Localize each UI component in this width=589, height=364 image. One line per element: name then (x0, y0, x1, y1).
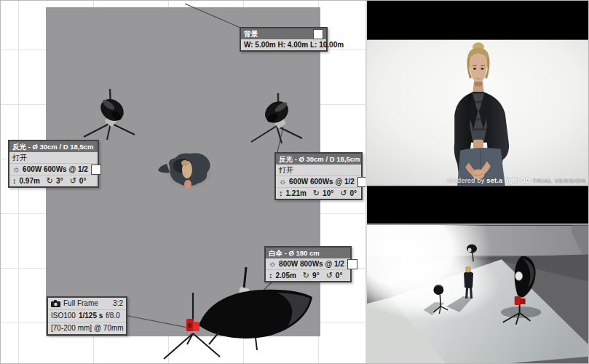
background-info-panel[interactable]: 背景 W: 5.00m H: 4.00m L: 10.00m (240, 27, 328, 52)
rotation-value: 0° (336, 272, 343, 280)
rotation-icon: ↺ (340, 189, 347, 197)
reflector-light-right[interactable] (251, 93, 302, 143)
camera-exposure-row: ISO100 1/125 s f/8.0 (48, 309, 126, 322)
model-top-view[interactable] (158, 153, 212, 189)
light-power-row: ☼ 600W 600Ws @ 1/2 (276, 175, 361, 187)
light-position-row: ↕ 1.21m ↻ 10° ↺ 0° (276, 187, 361, 199)
panel-title: 反光 - Ø 30cm / D 18,5cm (9, 141, 98, 152)
light-power-row: ☼ 800W 800Ws @ 1/2 (266, 258, 350, 269)
camera-view-preview[interactable]: rendered by set.a light 3D TRIAL VERSION (367, 39, 589, 186)
gel-color-swatch[interactable] (347, 259, 357, 269)
iso-label: ISO100 (51, 312, 76, 320)
app-window: 背景 W: 5.00m H: 4.00m L: 10.00m 反光 - Ø 30… (0, 0, 589, 364)
camera-sensor-row: Full Frame 3:2 (48, 298, 126, 309)
flash-icon: ☼ (279, 178, 286, 186)
reflector-left-info-panel[interactable]: 反光 - Ø 30cm / D 18,5cm 打开 ☼ 600W 600Ws @… (8, 140, 99, 188)
camera-lens (188, 323, 191, 328)
tilt-value: 3° (56, 178, 63, 185)
power-label: 600W 600Ws @ 1/2 (23, 166, 88, 173)
power-label: 800W 800Ws @ 1/2 (279, 261, 344, 268)
aperture-label: f/8.0 (106, 312, 119, 320)
shutter-label: 1/125 s (79, 312, 103, 320)
panel-title: 反光 - Ø 30cm / D 18,5cm (276, 154, 361, 165)
model-hands (184, 180, 191, 189)
light-state-label: 打开 (279, 167, 293, 174)
height-icon: ↕ (269, 272, 273, 280)
flash-icon: ☼ (12, 165, 20, 173)
height-value: 1.21m (286, 190, 307, 197)
camera-icon (51, 300, 60, 307)
tilt-icon: ↻ (303, 272, 309, 280)
rotation-icon: ↺ (70, 177, 76, 185)
render-image (367, 39, 589, 186)
rotation-value: 0° (79, 178, 87, 185)
tilt-value: 10° (323, 190, 333, 197)
top-view-canvas[interactable]: 背景 W: 5.00m H: 4.00m L: 10.00m 反光 - Ø 30… (1, 1, 365, 364)
power-label: 600W 600Ws @ 1/2 (289, 178, 355, 186)
rotation-value: 0° (349, 190, 357, 197)
background-color-swatch[interactable] (313, 29, 323, 39)
watermark-brand: set.a light 3D (486, 177, 530, 184)
umbrella-info-panel[interactable]: 白伞 - Ø 180 cm ☼ 800W 800Ws @ 1/2 ↕ 2.05m… (264, 246, 352, 282)
watermark-suffix: TRIAL VERSION (532, 178, 586, 184)
flash-icon: ☼ (269, 260, 276, 268)
sensor-label: Full Frame (63, 300, 98, 307)
panel-title: 背景 (241, 28, 326, 39)
height-icon: ↕ (279, 189, 283, 197)
background-title-label: 背景 (244, 31, 258, 38)
light-state-label: 打开 (12, 154, 27, 162)
aspect-ratio-label: 3:2 (113, 300, 123, 307)
perspective-scene (367, 225, 589, 364)
height-value: 2.05m (276, 272, 296, 280)
background-dimensions: W: 5.00m H: 4.00m L: 10.00m (241, 39, 326, 50)
preview-column: rendered by set.a light 3D TRIAL VERSION (365, 1, 589, 364)
light-position-row: ↕ 0.97m ↻ 3° ↺ 0° (9, 175, 98, 186)
panel-title: 白伞 - Ø 180 cm (266, 248, 350, 258)
gel-color-swatch[interactable] (91, 165, 101, 175)
perspective-3d-view[interactable] (367, 225, 589, 364)
light-power-row: ☼ 600W 600Ws @ 1/2 (9, 163, 98, 175)
watermark-prefix: rendered by (447, 177, 484, 184)
rotation-icon: ↺ (326, 272, 333, 280)
light-position-row: ↕ 2.05m ↻ 9° ↺ 0° (266, 269, 350, 281)
tilt-value: 9° (312, 272, 320, 280)
height-icon: ↕ (12, 177, 17, 185)
light-state-row[interactable]: 打开 (276, 165, 361, 175)
tilt-icon: ↻ (47, 177, 53, 185)
trial-watermark: rendered by set.a light 3D TRIAL VERSION (447, 177, 586, 184)
light-state-row[interactable]: 打开 (9, 152, 98, 163)
tilt-icon: ↻ (313, 189, 320, 197)
camera-info-panel[interactable]: Full Frame 3:2 ISO100 1/125 s f/8.0 [70-… (47, 296, 127, 336)
reflector-light-left[interactable] (84, 89, 135, 140)
lens-label: [70-200 mm] @ 70mm (51, 325, 124, 332)
reflector-right-info-panel[interactable]: 反光 - Ø 30cm / D 18,5cm 打开 ☼ 600W 600Ws @… (274, 152, 363, 200)
height-value: 0.97m (20, 178, 40, 185)
camera-lens-row: [70-200 mm] @ 70mm (48, 322, 126, 334)
